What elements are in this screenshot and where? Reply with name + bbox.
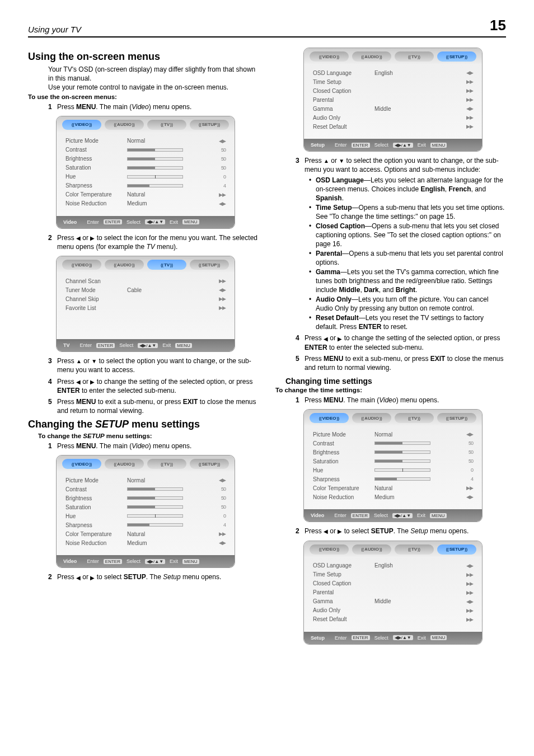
osd-video-menu-2: (( VIDEO ))(( AUDIO ))(( TV ))(( SETUP )… (56, 455, 235, 568)
bullet-text: OSD Language—Lets you select an alternat… (316, 176, 506, 203)
to-change-setup-heading: To change the SETUP menu settings: (38, 433, 259, 439)
osd-row-indicator: ▶▶ (436, 124, 473, 129)
osd-tab-audio: (( AUDIO )) (352, 51, 391, 62)
osd-row-label: OSD Language (313, 562, 374, 569)
ct-step-1: 1 Press MENU. The main (Video) menu open… (296, 396, 506, 405)
osd-row-value: 0 (436, 467, 473, 473)
slider-bar (374, 459, 430, 463)
step-number: 2 (48, 572, 57, 581)
osd-row-value: Medium (127, 200, 189, 206)
slider-bar (127, 148, 183, 152)
osd-row: Sharpness4 (65, 181, 226, 190)
osd-row-value: Middle (374, 106, 436, 112)
option-bullet: •Audio Only—Lets you turn off the pictur… (309, 295, 506, 313)
use-step-1: 1 Press MENU. The main (Video) menu open… (48, 102, 259, 111)
osd-row: Time Setup▶▶ (313, 77, 473, 86)
osd-row-indicator: ▶▶ (436, 590, 473, 595)
osd-row-label: Saturation (313, 458, 374, 464)
slider-bar (127, 496, 183, 500)
step-text: Press or to select the option you want t… (305, 156, 506, 174)
osd-row: Noise ReductionMedium◀▶ (313, 492, 473, 501)
osd-row-value: 50 (189, 504, 226, 510)
osd-row-label: Gamma (313, 106, 374, 112)
step-number: 2 (296, 527, 305, 536)
osd-row-value: 50 (436, 458, 473, 464)
right-step-4: 4 Press or to change the setting of the … (296, 334, 506, 351)
osd-row-label: Time Setup (313, 571, 374, 577)
osd-row-indicator: ▶▶ (189, 192, 226, 198)
right-step-5: 5 Press MENU to exit a sub-menu, or pres… (296, 354, 506, 372)
osd-row: GammaMiddle◀▶ (313, 104, 473, 113)
option-bullet: •Reset Default—Lets you reset the TV set… (309, 314, 506, 331)
osd-row: GammaMiddle◀▶ (313, 597, 473, 606)
osd-row-label: Favorite List (65, 305, 127, 311)
step-number: 5 (296, 354, 305, 372)
slider-bar (127, 523, 183, 527)
osd-tab-tv: (( TV )) (147, 120, 186, 130)
osd-row-label: Time Setup (313, 79, 374, 85)
osd-setup-menu-2: (( VIDEO ))(( AUDIO ))(( TV ))(( SETUP )… (303, 541, 483, 645)
slider-bar (374, 450, 430, 454)
osd-row: Saturation50 (313, 457, 473, 466)
osd-row: OSD LanguageEnglish◀▶ (313, 561, 473, 570)
right-column: (( VIDEO ))(( AUDIO ))(( TV ))(( SETUP )… (275, 48, 506, 649)
step-text: Press or to select SETUP. The Setup menu… (57, 572, 259, 581)
osd-tab-setup: (( SETUP )) (437, 413, 476, 423)
section-changing-setup: Changing the SETUP menu settings (28, 419, 259, 430)
osd-row-label: Parental (313, 589, 374, 595)
slider-bar (127, 487, 183, 491)
option-bullet: •Parental—Opens a sub-menu that lets you… (309, 250, 506, 267)
osd-row: Hue0 (65, 172, 226, 181)
osd-tab-tv: (( TV )) (147, 459, 186, 469)
step-number: 1 (48, 102, 57, 111)
osd-row-label: Parental (313, 97, 374, 103)
osd-video-menu-3: (( VIDEO ))(( AUDIO ))(( TV ))(( SETUP )… (303, 409, 483, 522)
option-bullet: •Time Setup—Opens a sub-menu that lets y… (309, 204, 506, 221)
osd-row-indicator: ▶▶ (436, 572, 473, 577)
step-text: Press MENU. The main (Video) menu opens. (57, 442, 259, 450)
osd-row-value: 50 (189, 156, 226, 162)
osd-tab-tv: (( TV )) (395, 51, 434, 62)
bullet-text: Gamma—Lets you set the TV's gamma correc… (316, 268, 506, 294)
osd-row-value: 0 (189, 513, 226, 519)
osd-row-label: Sharpness (313, 476, 374, 482)
header-title: Using your TV (28, 25, 81, 34)
step-number: 2 (48, 233, 57, 251)
osd-row-label: Contrast (65, 486, 127, 492)
osd-row-label: Picture Mode (65, 138, 127, 144)
osd-tab-setup: (( SETUP )) (190, 120, 229, 130)
osd-tab-audio: (( AUDIO )) (105, 459, 144, 469)
osd-row-value: English (374, 562, 436, 569)
osd-row-label: Hue (65, 513, 127, 519)
right-step-3: 3 Press or to select the option you want… (296, 156, 506, 174)
osd-row-label: Hue (313, 467, 374, 473)
osd-row: Color TemperatureNatural▶▶ (65, 190, 226, 199)
osd-row-indicator: ▶▶ (189, 278, 226, 284)
step-number: 4 (48, 377, 57, 395)
osd-footer: VideoEnterENTERSelect◀▶/▲▼ExitMENU (304, 509, 482, 522)
arrow-down-icon (91, 358, 97, 364)
osd-tab-tv: (( TV )) (395, 544, 434, 555)
arrow-up-icon (324, 158, 329, 164)
section-using-osd: Using the on-screen menus (28, 51, 259, 63)
intro-text-2: Use your remote control to navigate in t… (48, 83, 259, 92)
osd-row: Audio Only▶▶ (313, 606, 473, 615)
osd-row: Time Setup▶▶ (313, 570, 473, 579)
osd-row-label: Closed Caption (313, 88, 374, 94)
osd-footer: VideoEnterENTERSelect◀▶/▲▼ExitMENU (57, 555, 235, 567)
bullet-icon: • (309, 222, 316, 248)
arrow-left-icon (324, 336, 328, 342)
arrow-left-icon (76, 575, 81, 581)
step-text: Press MENU. The main (Video) menu opens. (305, 396, 506, 405)
bullet-text: Reset Default—Lets you reset the TV sett… (316, 314, 506, 331)
osd-row-indicator: ◀▶ (189, 201, 226, 206)
osd-row-indicator: ◀▶ (436, 70, 473, 76)
osd-setup-menu-1: (( VIDEO ))(( AUDIO ))(( TV ))(( SETUP )… (303, 48, 483, 152)
osd-row-value: Medium (374, 494, 436, 500)
osd-row-value: 4 (189, 183, 226, 189)
osd-row-indicator: ◀▶ (436, 599, 473, 604)
osd-row-value: 50 (189, 495, 226, 501)
osd-row-value: 50 (189, 147, 226, 153)
step-text: Press or to select the option you want t… (57, 356, 259, 374)
osd-row: Color TemperatureNatural▶▶ (65, 529, 226, 538)
